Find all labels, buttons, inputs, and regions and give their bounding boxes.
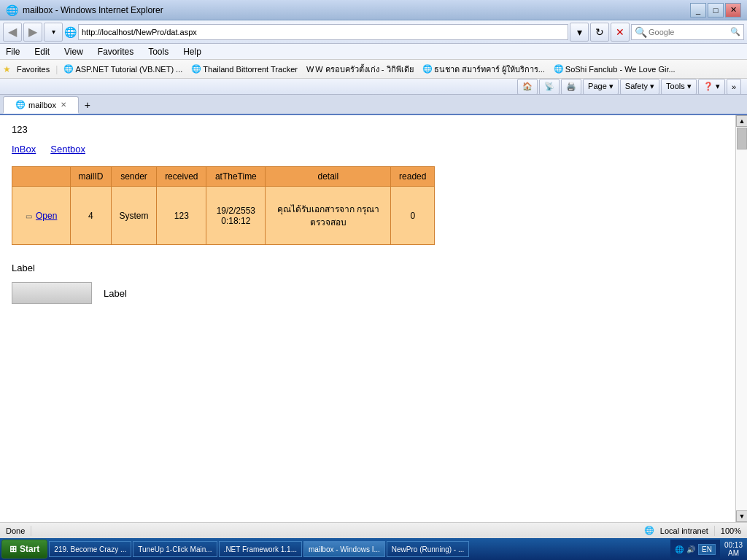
close-button[interactable]: ✕ [725,3,741,18]
favorites-label[interactable]: Favorites [14,63,53,75]
tab-favicon: 🌐 [15,100,26,109]
vertical-scrollbar[interactable]: ▲ ▼ [735,115,747,522]
open-mail-link[interactable]: Open [36,211,57,221]
favorites-bar: ★ Favorites | 🌐 ASP.NET Tutorial (VB.NET… [0,60,747,79]
more-button[interactable]: » [727,79,741,95]
search-icon[interactable]: 🔍 [730,27,740,36]
menu-view[interactable]: View [61,45,86,58]
menu-file[interactable]: File [3,45,23,58]
scroll-track[interactable] [736,127,747,510]
tools-button[interactable]: Tools ▾ [661,79,697,95]
sentbox-link[interactable]: Sentbox [50,144,85,155]
status-separator-2 [714,526,715,536]
bottom-label-1: Label [12,262,724,273]
fav-item-4[interactable]: 🌐 SoShi Fanclub - We Love Gir... [551,63,678,75]
row-received: 123 [157,187,206,245]
scroll-down-button[interactable]: ▼ [736,510,747,522]
fav-ie-icon-0: 🌐 [63,64,74,74]
home-button[interactable]: 🏠 [517,79,538,95]
search-input[interactable] [649,28,729,36]
fav-item-0[interactable]: 🌐 ASP.NET Tutorial (VB.NET) ... [61,63,185,75]
menu-favorites[interactable]: Favorites [95,45,136,58]
zone-icon: 🌐 [644,526,654,535]
status-separator [31,526,31,536]
row-atthetime-text: 19/2/25530:18:12 [217,206,255,226]
inbox-link[interactable]: InBox [12,144,36,155]
mail-table: mailID sender received atTheTime detail … [12,166,435,245]
title-bar-buttons: _ □ ✕ [690,3,741,18]
secondary-toolbar: 🏠 📡 🖨️ Page ▾ Safety ▾ Tools ▾ ❓ ▾ » [0,79,747,95]
row-sender: System [111,187,156,245]
status-zoom: 100% [721,526,741,535]
address-dropdown-button[interactable]: ▾ [570,23,589,42]
fav-item-3[interactable]: 🌐 ธนชาต สมาร์ทคาร์ ผู้ให้บริการ... [419,61,548,77]
minus-icon: ▭ [26,212,32,220]
row-detail-text: คุณได้รับเอกสารจาก กรุณาตรวจสอบ [277,204,379,228]
tab-mailbox[interactable]: 🌐 mailbox ✕ [3,96,79,114]
fav-item-1[interactable]: 🌐 Thailand Bittorrent Tracker [188,63,301,75]
row-detail: คุณได้รับเอกสารจาก กรุณาตรวจสอบ [266,187,391,245]
bottom-button[interactable] [12,282,92,304]
fav-item-2[interactable]: W W ครอบครัวตั้งเก่ง - วิกิพีเดีย [303,61,417,77]
search-bar-wrapper: 🔍 🔍 [631,24,744,40]
status-zone: Local intranet [660,526,708,535]
status-done: Done [6,526,25,535]
bottom-label-2: Label [104,288,127,299]
new-tab-button[interactable]: + [79,96,96,114]
safety-button[interactable]: Safety ▾ [620,79,659,95]
col-atthetime: atTheTime [206,167,266,187]
row-readed: 0 [391,187,435,245]
fav-wiki-icon: W [306,65,314,74]
nav-bar: ◀ ▶ ▾ 🌐 ▾ ↻ ✕ 🔍 🔍 [0,20,747,44]
page-wrapper: 123 InBox Sentbox mailID sender received… [0,115,747,522]
scroll-thumb[interactable] [737,128,747,149]
dropdown-button[interactable]: ▾ [44,23,63,42]
menu-tools[interactable]: Tools [145,45,171,58]
forward-button[interactable]: ▶ [23,23,42,42]
col-received: received [157,167,206,187]
title-bar: 🌐 mailbox - Windows Internet Explorer _ … [0,0,747,20]
print-button[interactable]: 🖨️ [561,79,581,95]
tab-bar: 🌐 mailbox ✕ + [0,95,747,115]
fav-ie-icon-3: 🌐 [422,64,433,74]
col-action [12,167,71,187]
row-atthetime: 19/2/25530:18:12 [206,187,266,245]
maximize-button[interactable]: □ [708,3,724,18]
address-wrapper: 🌐 ▾ [64,23,589,42]
content-area: 123 InBox Sentbox mailID sender received… [0,115,735,522]
minimize-button[interactable]: _ [690,3,706,18]
page-number: 123 [12,124,724,135]
tab-close-button[interactable]: ✕ [61,101,66,109]
menu-edit[interactable]: Edit [31,45,53,58]
status-bar: Done 🌐 Local intranet 100% [0,522,747,538]
favorites-star-icon: ★ [3,64,11,74]
bottom-controls: Label [12,282,724,304]
scroll-up-button[interactable]: ▲ [736,115,747,127]
address-bar[interactable] [78,24,568,40]
menu-bar: File Edit View Favorites Tools Help [0,44,747,60]
back-button[interactable]: ◀ [3,23,22,42]
refresh-button[interactable]: ↻ [590,23,609,42]
fav-ie-icon-4: 🌐 [554,64,564,74]
col-readed: readed [391,167,435,187]
row-action-cell: ▭ Open [12,187,71,245]
col-sender: sender [111,167,156,187]
page-button[interactable]: Page ▾ [583,79,619,95]
browser-icon: 🌐 [6,4,18,16]
help-button[interactable]: ❓ ▾ [698,79,725,95]
mailbox-nav: InBox Sentbox [12,144,724,155]
col-mailid: mailID [71,167,112,187]
tab-label: mailbox [28,101,56,109]
stop-button[interactable]: ✕ [611,23,630,42]
col-detail: detail [266,167,391,187]
row-mailid: 4 [71,187,112,245]
title-bar-text: mailbox - Windows Internet Explorer [23,5,690,15]
table-row: ▭ Open 4 System 123 19/2/25530:18:12 คุณ… [12,187,435,245]
rss-button[interactable]: 📡 [539,79,560,95]
menu-help[interactable]: Help [180,45,204,58]
fav-ie-icon-1: 🌐 [191,64,201,74]
toolbar-buttons: 🏠 📡 🖨️ Page ▾ Safety ▾ Tools ▾ ❓ ▾ » [517,79,741,95]
